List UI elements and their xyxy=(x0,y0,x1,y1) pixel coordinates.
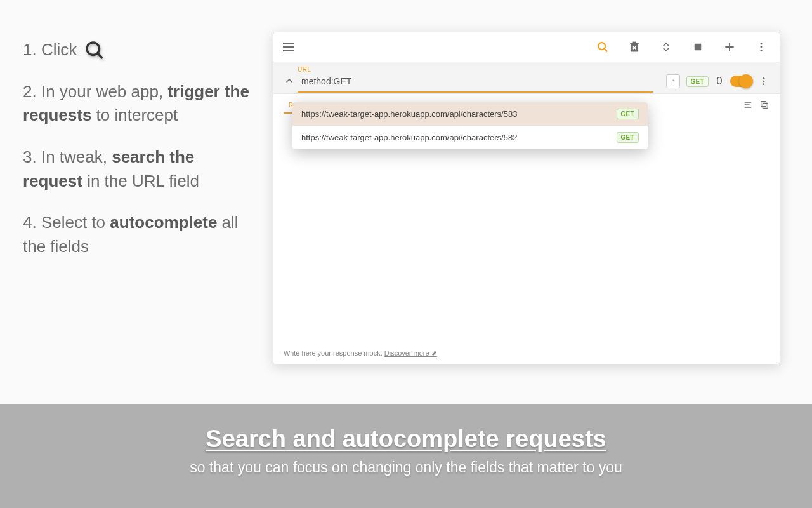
step-1-text: 1. Click xyxy=(23,38,77,62)
autocomplete-item[interactable]: https://tweak-target-app.herokuapp.com/a… xyxy=(292,102,648,126)
svg-rect-21 xyxy=(763,103,768,108)
hit-count: 0 xyxy=(715,76,724,87)
add-icon[interactable] xyxy=(723,40,737,54)
editor-footer: Write here your response mock. Discover … xyxy=(273,347,780,364)
svg-point-13 xyxy=(761,46,763,48)
collapse-icon[interactable] xyxy=(659,40,673,54)
more-icon[interactable] xyxy=(754,40,768,54)
toolbar xyxy=(273,32,780,62)
step-4: 4. Select to autocomplete all the fields xyxy=(23,211,254,258)
svg-point-17 xyxy=(763,83,765,85)
method-badge: GET xyxy=(617,109,639,119)
method-badge[interactable]: GET xyxy=(686,76,709,87)
svg-line-1 xyxy=(98,53,103,58)
step-2: 2. In your web app, trigger the requests… xyxy=(23,80,254,128)
svg-line-6 xyxy=(605,49,608,52)
regex-toggle-button[interactable]: .* xyxy=(666,74,680,88)
svg-point-15 xyxy=(763,77,765,79)
enable-toggle[interactable] xyxy=(730,76,752,87)
menu-icon[interactable] xyxy=(281,39,296,55)
method-badge: GET xyxy=(617,132,639,143)
svg-point-16 xyxy=(763,81,765,83)
url-label: URL xyxy=(298,66,769,73)
instructions-column: 1. Click 2. In your web app, trigger the… xyxy=(0,0,273,404)
autocomplete-url: https://tweak-target-app.herokuapp.com/a… xyxy=(301,133,517,142)
banner-title: Search and autocomplete requests xyxy=(0,425,812,453)
url-input[interactable] xyxy=(301,76,660,86)
delete-icon[interactable] xyxy=(627,40,641,54)
search-icon[interactable] xyxy=(596,40,610,54)
row-more-icon[interactable] xyxy=(758,76,769,86)
svg-rect-22 xyxy=(761,101,766,106)
autocomplete-dropdown: https://tweak-target-app.herokuapp.com/a… xyxy=(292,102,648,149)
svg-rect-8 xyxy=(633,42,636,43)
url-section: URL .* GET 0 xyxy=(273,62,780,94)
svg-point-0 xyxy=(87,43,100,55)
banner-subtitle: so that you can focus on changing only t… xyxy=(0,459,812,476)
copy-icon[interactable] xyxy=(759,100,769,112)
stop-icon[interactable] xyxy=(691,40,705,54)
svg-point-12 xyxy=(761,43,763,44)
svg-point-14 xyxy=(761,50,763,51)
search-icon xyxy=(83,39,106,62)
discover-more-link[interactable]: Discover more ⬈ xyxy=(384,349,437,357)
svg-point-5 xyxy=(598,43,605,50)
svg-rect-9 xyxy=(695,44,702,51)
svg-rect-7 xyxy=(630,43,638,44)
autocomplete-url: https://tweak-target-app.herokuapp.com/a… xyxy=(301,109,517,119)
step-3: 3. In tweak, search the request in the U… xyxy=(23,145,254,193)
autocomplete-item[interactable]: https://tweak-target-app.herokuapp.com/a… xyxy=(292,126,648,149)
app-panel: URL .* GET 0 https://tweak-t xyxy=(273,32,780,364)
step-1: 1. Click xyxy=(23,38,254,62)
promo-banner: Search and autocomplete requests so that… xyxy=(0,404,812,508)
format-icon[interactable] xyxy=(743,100,753,112)
collapse-row-icon[interactable] xyxy=(284,76,295,87)
